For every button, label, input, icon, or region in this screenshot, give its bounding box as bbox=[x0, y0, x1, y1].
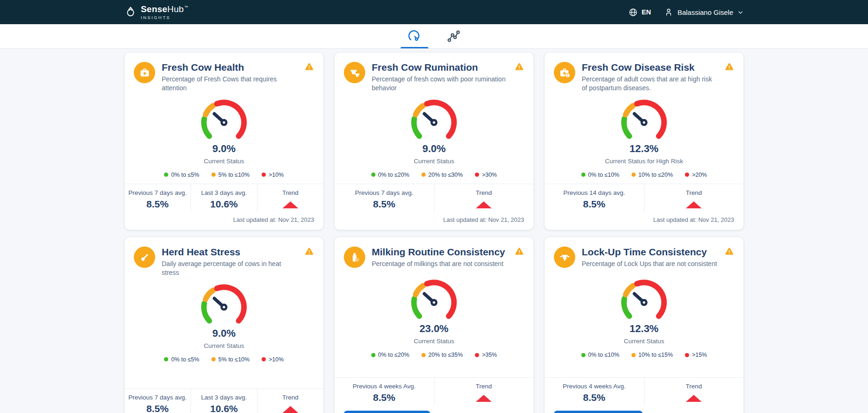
warning-icon[interactable] bbox=[724, 246, 734, 256]
gauge-value: 23.0% bbox=[420, 323, 448, 335]
sensehub-logo[interactable]: SenseHub™ INSIGHTS bbox=[125, 5, 188, 20]
user-menu[interactable]: Balassiano Gisele bbox=[664, 7, 743, 17]
legend-label: 20% to ≤35% bbox=[428, 352, 463, 358]
gauge-value: 12.3% bbox=[630, 323, 658, 335]
tab-dashboard[interactable] bbox=[400, 24, 429, 48]
legend-label: >35% bbox=[482, 352, 497, 358]
stat-trend: Trend bbox=[257, 184, 323, 212]
card-title: Fresh Cow Disease Risk bbox=[582, 62, 718, 73]
gauge-legend: 0% to ≤20% 20% to ≤30% >30% bbox=[371, 172, 497, 178]
trend-up-icon bbox=[283, 406, 298, 413]
legend-dot-yellow bbox=[211, 357, 216, 361]
globe-icon bbox=[628, 7, 638, 17]
legend-dot-red bbox=[685, 173, 689, 177]
warning-icon[interactable] bbox=[514, 246, 524, 256]
gauge-status-label: Current Status bbox=[204, 158, 244, 165]
legend-dot-green bbox=[164, 357, 168, 361]
stat-trend: Trend bbox=[434, 184, 534, 212]
card-subtitle: Percentage of fresh cows with poor rumin… bbox=[372, 75, 508, 93]
card-subtitle: Daily average percentage of cows in heat… bbox=[162, 260, 298, 277]
chevron-down-icon bbox=[737, 9, 743, 15]
brand-subtitle: INSIGHTS bbox=[141, 15, 188, 20]
gauge-chart bbox=[192, 279, 256, 331]
card-subtitle: Percentage of milkings that are not cons… bbox=[372, 260, 508, 268]
trend-up-icon bbox=[283, 201, 298, 208]
legend-dot-red bbox=[475, 353, 479, 357]
card-subtitle: Percentage of adult cows that are at hig… bbox=[582, 75, 718, 93]
legend-label: >10% bbox=[269, 172, 283, 178]
card-subtitle: Percentage of Fresh Cows that requires a… bbox=[162, 75, 298, 93]
cow-headlock-icon bbox=[554, 246, 575, 268]
stats-row: Previous 7 days avg. 8.5% Last 3 days av… bbox=[125, 388, 323, 413]
dashboard: Fresh Cow Health Percentage of Fresh Cow… bbox=[125, 49, 743, 413]
gauge-status-label: Current Status bbox=[414, 338, 454, 345]
legend-label: 0% to ≤20% bbox=[378, 352, 409, 358]
last-updated: Last updated at: Nov 21, 2023 bbox=[335, 212, 533, 230]
gauge-legend: 0% to ≤10% 10% to ≤20% >20% bbox=[581, 172, 707, 178]
card-title: Fresh Cow Rumination bbox=[372, 62, 508, 73]
warning-icon[interactable] bbox=[304, 62, 314, 72]
card-fresh-cow-health: Fresh Cow Health Percentage of Fresh Cow… bbox=[125, 53, 323, 230]
legend-label: 20% to ≤30% bbox=[428, 172, 463, 178]
gauge-chart bbox=[402, 274, 466, 326]
legend-dot-green bbox=[371, 173, 375, 177]
edit-lock-up-time-button[interactable]: EDIT LOCK-UP TIME bbox=[554, 411, 643, 413]
legend-label: 10% to ≤15% bbox=[638, 352, 673, 358]
tab-analytics[interactable] bbox=[439, 24, 468, 48]
stat-previous-avg: Previous 7 days avg. 8.5% bbox=[125, 389, 191, 413]
language-code: EN bbox=[642, 8, 651, 16]
gauge-legend: 0% to ≤10% 10% to ≤15% >15% bbox=[581, 352, 707, 358]
view-tabs bbox=[0, 24, 868, 49]
legend-label: >15% bbox=[692, 352, 707, 358]
stats-row: Previous 14 days avg. 8.5% Trend bbox=[545, 184, 743, 212]
warning-icon[interactable] bbox=[514, 62, 524, 72]
legend-dot-yellow bbox=[421, 173, 426, 177]
legend-dot-red bbox=[475, 173, 479, 177]
card-lock-up-time-consistency: Lock-Up Time Consistency Percentage of L… bbox=[545, 237, 743, 413]
stat-last-avg: Last 3 days avg. 10.6% bbox=[191, 184, 257, 212]
last-updated: Last updated at: Nov 21, 2023 bbox=[545, 212, 743, 230]
gauge-chart bbox=[192, 94, 256, 147]
legend-dot-green bbox=[371, 353, 375, 357]
stat-trend: Trend bbox=[644, 184, 744, 212]
cow-pair-icon bbox=[344, 62, 365, 83]
card-herd-heat-stress: Herd Heat Stress Daily average percentag… bbox=[125, 237, 323, 413]
stat-trend: Trend bbox=[644, 378, 744, 405]
trend-up-icon bbox=[476, 201, 492, 208]
last-updated: Last updated at: Nov 21, 2023 bbox=[125, 212, 323, 230]
gauge-chart bbox=[402, 94, 466, 147]
gauge-legend: 0% to ≤20% 20% to ≤35% >35% bbox=[371, 352, 497, 358]
gauge-tab-icon bbox=[408, 29, 421, 43]
stats-row: Previous 4 weeks Avg. 8.5% Trend bbox=[545, 377, 743, 405]
warning-icon[interactable] bbox=[304, 246, 314, 256]
milk-bottle-clock-icon bbox=[344, 246, 365, 268]
legend-label: 5% to ≤10% bbox=[218, 356, 250, 363]
card-fresh-cow-rumination: Fresh Cow Rumination Percentage of fresh… bbox=[335, 53, 533, 230]
stat-previous-avg: Previous 4 weeks Avg. 8.5% bbox=[545, 378, 644, 405]
gauge-status-label: Current Status bbox=[414, 158, 454, 165]
legend-label: >10% bbox=[269, 356, 283, 363]
language-selector[interactable]: EN bbox=[628, 7, 651, 17]
medical-bag-icon bbox=[134, 62, 155, 83]
stat-previous-avg: Previous 4 weeks Avg. 8.5% bbox=[335, 378, 434, 405]
trend-up-icon bbox=[686, 395, 702, 402]
gauge-status-label: Current Status bbox=[624, 338, 664, 345]
gauge-value: 9.0% bbox=[212, 143, 236, 155]
stat-previous-avg: Previous 7 days avg. 8.5% bbox=[335, 184, 434, 212]
legend-label: >20% bbox=[692, 172, 707, 178]
card-title: Milking Routine Consistency bbox=[372, 246, 508, 258]
edit-milking-time-button[interactable]: EDIT MILKING TIME bbox=[344, 411, 430, 413]
legend-dot-yellow bbox=[421, 353, 426, 357]
legend-dot-green bbox=[581, 353, 585, 357]
trend-up-icon bbox=[476, 395, 492, 402]
warning-icon[interactable] bbox=[724, 62, 734, 72]
card-fresh-cow-disease-risk: Fresh Cow Disease Risk Percentage of adu… bbox=[545, 53, 743, 230]
legend-dot-red bbox=[262, 173, 266, 177]
gauge-value: 9.0% bbox=[212, 327, 236, 340]
stats-row: Previous 4 weeks Avg. 8.5% Trend bbox=[335, 377, 533, 405]
user-name: Balassiano Gisele bbox=[677, 8, 733, 16]
legend-label: 0% to ≤10% bbox=[588, 352, 619, 358]
legend-label: 0% to ≤20% bbox=[378, 172, 409, 178]
gauge-legend: 0% to ≤5% 5% to ≤10% >10% bbox=[164, 356, 283, 363]
gauge-value: 9.0% bbox=[422, 143, 446, 155]
